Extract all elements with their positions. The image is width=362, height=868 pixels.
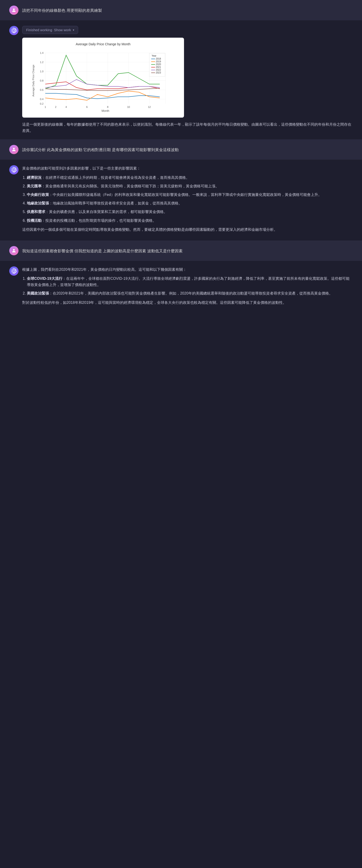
chat-container: 請把不同年份的線條顏色 用更明顯的差異繪製 Finished working S… bbox=[0, 0, 362, 313]
svg-text:2: 2 bbox=[55, 105, 56, 108]
svg-text:1: 1 bbox=[44, 105, 46, 108]
list-text-3-1: ：在這兩年中，全球都在面對COVID-19大流行。大流行導致全球經濟劇烈震盪，許… bbox=[27, 277, 350, 287]
list-item-2: 美元匯率：黃金價格通常與美元有反向關係。當美元強勢時，黃金價格可能下跌；當美元疲… bbox=[27, 183, 353, 189]
svg-text:1.2: 1.2 bbox=[40, 61, 43, 64]
user-icon-2 bbox=[11, 147, 17, 152]
svg-text:2020: 2020 bbox=[156, 63, 161, 66]
list-item-4: 地緣政治緊張：地緣政治風險和戰爭可能導致投資者尋求安全資產，如黃金，從而推高其價… bbox=[27, 200, 353, 206]
list-item-6: 投機活動：投資者的投機活動，包括對期貨市場的操作，也可能影響黃金價格。 bbox=[27, 217, 353, 224]
ai-message-1: Finished working Show work ▾ Average Dai… bbox=[0, 20, 362, 139]
list-item-1: 經濟狀況：在經濟不穩定或通脹上升的時期，投資者可能會將黃金視為安全資產，進而推高… bbox=[27, 175, 353, 181]
svg-text:Month: Month bbox=[101, 109, 109, 113]
list-term-3: 中央銀行政策 bbox=[27, 193, 49, 196]
svg-text:Average Daily Price Change: Average Daily Price Change bbox=[32, 65, 35, 97]
svg-text:12: 12 bbox=[148, 105, 151, 108]
svg-text:2021: 2021 bbox=[156, 66, 161, 68]
finished-working-badge[interactable]: Finished working Show work ▾ bbox=[22, 26, 78, 34]
user-avatar-3 bbox=[9, 246, 19, 255]
finished-working-text: Finished working bbox=[26, 28, 52, 32]
svg-text:2022: 2022 bbox=[156, 69, 161, 71]
svg-text:2023: 2023 bbox=[156, 71, 161, 74]
svg-text:8: 8 bbox=[107, 105, 109, 108]
list-term-3-1: 全球COVID-19大流行 bbox=[27, 277, 62, 280]
list-term-4: 地緣政治緊張 bbox=[27, 201, 49, 205]
svg-text:0.6: 0.6 bbox=[40, 89, 43, 91]
list-term-6: 投機活動 bbox=[27, 219, 41, 222]
ai-message-2: 黃金價格的波動可能受到許多因素的影響，以下是一些主要的影響因素： 經濟狀況：在經… bbox=[0, 160, 362, 241]
list-term-2: 美元匯率 bbox=[27, 184, 41, 188]
list-term-3-2: 美國政治緊張 bbox=[27, 291, 49, 295]
ai-avatar-2 bbox=[9, 165, 19, 175]
list-item-3: 中央銀行政策：中央銀行如美國聯邦儲備系統（Fed）的利率政策和量化寬鬆政策可能影… bbox=[27, 191, 353, 198]
chart-container: Average Daily Price Change by Month bbox=[22, 38, 184, 118]
svg-text:Year: Year bbox=[152, 55, 156, 57]
ai-message-3-intro: 根據上圖，我們看到在2020年和2021年，黃金價格的日均變動比較高。這可能和以… bbox=[22, 267, 353, 273]
svg-text:0.4: 0.4 bbox=[40, 98, 43, 100]
ai-message-1-description: 這是一個更新後的線條圖，每年的數據都使用了不同的顏色來表示，以便於識別。每條線代… bbox=[22, 121, 353, 134]
svg-text:1.4: 1.4 bbox=[40, 52, 43, 54]
list-text-2: ：黃金價格通常與美元有反向關係。當美元強勢時，黃金價格可能下跌；當美元疲軟時，黃… bbox=[41, 184, 219, 188]
user-message-2-text: 請你嘗試分析 此為黃金價格的波動 它的相對應日期 是有哪些因素可能影響到黃金這樣… bbox=[22, 145, 353, 153]
svg-text:0.2: 0.2 bbox=[40, 102, 43, 105]
user-message-2: 請你嘗試分析 此為黃金價格的波動 它的相對應日期 是有哪些因素可能影響到黃金這樣… bbox=[0, 139, 362, 160]
ai-message-3: 根據上圖，我們看到在2020年和2021年，黃金價格的日均變動比較高。這可能和以… bbox=[0, 261, 362, 313]
list-item-3-2: 美國政治緊張：在2020年和2021年，美國的內部政治緊張也可能對黃金價格產生影… bbox=[27, 290, 353, 297]
chart-area: 1.4 1.2 1.0 0.8 0.6 0.4 0.2 1 2 4 bbox=[27, 48, 179, 113]
svg-point-44 bbox=[13, 148, 14, 150]
user-message-3-text: 我知道這些因素都會影響金價 但我想知道的是 上圖的波動高是什麼因素 波動低又是什… bbox=[22, 246, 353, 254]
chart-title: Average Daily Price Change by Month bbox=[27, 42, 179, 46]
list-item-3-1: 全球COVID-19大流行：在這兩年中，全球都在面對COVID-19大流行。大流… bbox=[27, 275, 353, 288]
list-text-3: ：中央銀行如美國聯邦儲備系統（Fed）的利率政策和量化寬鬆政策可能影響黃金價格。… bbox=[49, 193, 322, 196]
user-message-1: 請把不同年份的線條顏色 用更明顯的差異繪製 bbox=[0, 0, 362, 20]
ai-avatar-1 bbox=[9, 26, 19, 35]
list-text-1: ：在經濟不穩定或通脹上升的時期，投資者可能會將黃金視為安全資產，進而推高其價格。 bbox=[41, 176, 189, 180]
list-text-6: ：投資者的投機活動，包括對期貨市場的操作，也可能影響黃金價格。 bbox=[41, 219, 156, 222]
ai-avatar-3 bbox=[9, 267, 19, 276]
list-text-3-2: ：在2020年和2021年，美國的內部政治緊張也可能對黃金價格產生影響。例如，2… bbox=[49, 291, 333, 295]
svg-text:1.0: 1.0 bbox=[40, 70, 43, 73]
user-icon-3 bbox=[11, 248, 17, 253]
chart-svg: 1.4 1.2 1.0 0.8 0.6 0.4 0.2 1 2 4 bbox=[27, 48, 179, 113]
openai-icon-2 bbox=[11, 167, 17, 173]
user-avatar-1 bbox=[9, 5, 19, 15]
list-term-1: 經濟狀況 bbox=[27, 176, 41, 180]
svg-text:2019: 2019 bbox=[156, 60, 161, 63]
svg-text:10: 10 bbox=[127, 105, 130, 108]
user-message-1-text: 請把不同年份的線條顏色 用更明顯的差異繪製 bbox=[22, 5, 353, 13]
openai-icon-3 bbox=[11, 268, 17, 274]
svg-text:0.8: 0.8 bbox=[40, 79, 43, 82]
user-avatar-2 bbox=[9, 145, 19, 154]
svg-text:2018: 2018 bbox=[156, 58, 161, 60]
svg-point-0 bbox=[13, 8, 14, 10]
user-message-3: 我知道這些因素都會影響金價 但我想知道的是 上圖的波動高是什麼因素 波動低又是什… bbox=[0, 241, 362, 261]
list-text-4: ：地緣政治風險和戰爭可能導致投資者尋求安全資產，如黃金，從而推高其價格。 bbox=[49, 201, 182, 205]
list-term-5: 供應和需求 bbox=[27, 210, 45, 214]
ai-message-2-intro: 黃金價格的波動可能受到許多因素的影響，以下是一些主要的影響因素： bbox=[22, 165, 353, 172]
user-icon bbox=[11, 8, 17, 13]
svg-point-45 bbox=[13, 249, 14, 251]
show-work-text: Show work bbox=[54, 28, 71, 32]
svg-text:4: 4 bbox=[65, 105, 67, 108]
ai-message-3-footer: 對於波動性較低的年份，如2018年和2019年，這可能與當時的經濟環境較為穩定，… bbox=[22, 300, 353, 306]
ai-message-2-content: 黃金價格的波動可能受到許多因素的影響，以下是一些主要的影響因素： 經濟狀況：在經… bbox=[22, 165, 353, 235]
list-item-5: 供應和需求：黃金的礦產供應，以及來自珠寶業和工業的需求，都可能影響黃金價格。 bbox=[27, 209, 353, 215]
svg-text:6: 6 bbox=[86, 105, 88, 108]
openai-icon bbox=[11, 28, 17, 33]
ai-message-2-footer: 這些因素中的一個或多個可能在某個特定時間點導致黃金價格變動。然而，要確定具體的價… bbox=[22, 226, 353, 232]
ai-message-3-list: 全球COVID-19大流行：在這兩年中，全球都在面對COVID-19大流行。大流… bbox=[22, 275, 353, 297]
chevron-down-icon: ▾ bbox=[73, 28, 74, 32]
ai-message-2-list: 經濟狀況：在經濟不穩定或通脹上升的時期，投資者可能會將黃金視為安全資產，進而推高… bbox=[22, 175, 353, 224]
list-text-5: ：黃金的礦產供應，以及來自珠寶業和工業的需求，都可能影響黃金價格。 bbox=[45, 210, 168, 214]
ai-message-1-content: Finished working Show work ▾ Average Dai… bbox=[22, 26, 353, 134]
ai-message-3-content: 根據上圖，我們看到在2020年和2021年，黃金價格的日均變動比較高。這可能和以… bbox=[22, 267, 353, 308]
